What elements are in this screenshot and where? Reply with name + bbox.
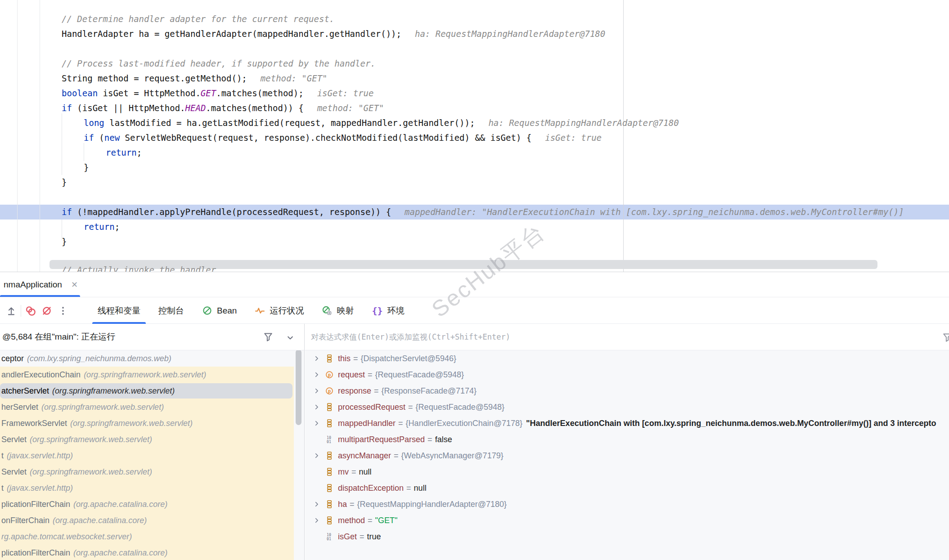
equals-sign: = [353,354,358,363]
frame-method-name: atcherServlet [1,386,49,396]
equals-sign: = [398,419,403,428]
bean-icon [202,305,212,316]
run-session-tab-label: nmaApplication [4,280,62,290]
watch-filter-icon[interactable] [942,332,949,345]
variable-row[interactable]: method="GET" [305,512,949,529]
more-options-icon[interactable] [57,305,69,317]
stack-frame-row[interactable]: plicationFilterChain(org.apache.catalina… [0,545,294,560]
code-editor[interactable]: // Determine handler adapter for the cur… [0,0,949,272]
chevron-right-icon[interactable] [311,403,322,411]
variable-name: processedRequest [338,403,405,412]
code-token: (isGet || HttpMethod. [72,103,185,113]
stack-frame-row[interactable]: plicationFilterChain(org.apache.catalina… [0,496,294,512]
chevron-right-icon[interactable] [311,387,322,395]
evaluate-expression-input[interactable]: 对表达式求值(Enter)或添加监视(Ctrl+Shift+Enter) [305,324,949,350]
variable-reference-value: {RequestFacade@5948} [375,370,464,380]
variable-string-preview: "HandlerExecutionChain with [com.lxy.spr… [526,419,936,428]
inline-debugger-hint: isGet: true [317,88,374,98]
equals-sign: = [351,467,356,477]
variable-name: ha [338,500,347,509]
variable-row[interactable]: dispatchException=null [305,480,949,496]
mute-breakpoints-icon[interactable] [41,305,53,317]
code-line: String method = request.getMethod();meth… [62,71,328,86]
stack-frame-row[interactable]: t(javax.servlet.http) [0,480,294,496]
chevron-right-icon[interactable] [311,500,322,508]
frame-method-name: onFilterChain [1,516,49,525]
thread-selector[interactable]: @5,684 在组"main": 正在运行 [0,324,304,350]
inline-debugger-hint: mappedHandler: "HandlerExecutionChain wi… [405,207,904,217]
frame-method-name: t [1,484,4,493]
variable-keyword-value: true [367,532,381,542]
debugger-tab-Bean[interactable]: Bean [193,298,246,323]
variable-row[interactable]: presponse={ResponseFacade@7174} [305,383,949,399]
chevron-spacer [311,533,322,541]
stack-frame-row[interactable]: herServlet(org.springframework.web.servl… [0,399,294,415]
step-out-icon[interactable] [5,305,17,317]
variable-keyword-value: null [414,484,427,493]
debugger-tab-映射[interactable]: 映射 [313,298,363,323]
param-icon: p [325,386,334,395]
variable-row[interactable]: prequest={RequestFacade@5948} [305,367,949,383]
code-token: lastModified = ha.getLastModified(reques… [104,118,475,128]
equals-sign: = [406,484,411,493]
chevron-right-icon[interactable] [311,354,322,363]
frames-list: ceptor(com.lxy.spring_neichunma.demos.we… [0,350,304,560]
chevron-right-icon[interactable] [311,419,322,427]
close-icon[interactable]: ✕ [71,281,78,289]
debugger-tab-运行状况[interactable]: 运行状况 [246,298,313,323]
debugger-tab-控制台[interactable]: 控制台 [149,298,193,323]
debug-tool-window: nmaApplication ✕ 线程和变量控制台Bean运行状况映射{}环境 … [0,272,949,560]
stack-frame-row[interactable]: atcherServlet(org.springframework.web.se… [0,383,294,399]
execution-code-line: if (!mappedHandler.applyPreHandle(proces… [62,205,904,220]
frame-method-name: ceptor [1,354,24,363]
field-icon [325,500,334,509]
variable-row[interactable]: mappedHandler={HandlerExecutionChain@717… [305,415,949,431]
frame-package: (org.springframework.web.servlet) [52,386,175,396]
indent-guide [40,0,40,272]
frame-method-name: herServlet [1,403,38,412]
variable-keyword-value: null [359,467,372,477]
run-session-tab[interactable]: nmaApplication ✕ [0,272,80,297]
stack-frame-row[interactable]: andlerExecutionChain(org.springframework… [0,367,294,383]
stack-frame-row[interactable]: Servlet(org.springframework.web.servlet) [0,431,294,448]
code-token: if [62,207,72,217]
variable-row[interactable]: ha={RequestMappingHandlerAdapter@7180} [305,496,949,512]
code-line: return; [106,145,142,160]
stack-frame-row[interactable]: onFilterChain(org.apache.catalina.core) [0,512,294,529]
chevron-right-icon[interactable] [311,452,322,460]
thread-status-text: @5,684 在组"main": 正在运行 [2,331,115,343]
chevron-down-icon[interactable] [285,333,295,345]
variable-row[interactable]: 1001multipartRequestParsed=false [305,431,949,448]
svg-text:p: p [328,388,331,394]
code-token: String method = request.getMethod(); [62,73,247,83]
variable-row[interactable]: this={DispatcherServlet@5946} [305,350,949,367]
variable-name: mv [338,467,349,477]
chevron-right-icon[interactable] [311,371,322,379]
stack-frame-row[interactable]: t(javax.servlet.http) [0,448,294,464]
frames-scrollbar[interactable] [296,350,301,425]
variable-keyword-value: false [435,435,452,444]
prim-icon: 1001 [325,435,334,444]
code-token: HEAD [185,103,206,113]
stack-frame-row[interactable]: rg.apache.tomcat.websocket.server) [0,529,294,545]
evaluate-expression-placeholder: 对表达式求值(Enter)或添加监视(Ctrl+Shift+Enter) [311,332,510,342]
run-tab-strip: nmaApplication ✕ [0,272,949,297]
frame-package: (com.lxy.spring_neichunma.demos.web) [27,354,171,363]
code-line: if (isGet || HttpMethod.HEAD.matches(met… [62,101,384,116]
filter-icon[interactable] [263,332,274,345]
variable-row[interactable]: processedRequest={RequestFacade@5948} [305,399,949,415]
variable-row[interactable]: asyncManager={WebAsyncManager@7179} [305,448,949,464]
debugger-tab-线程和变量[interactable]: 线程和变量 [89,298,149,323]
field-icon [325,484,334,493]
view-breakpoints-icon[interactable] [25,305,36,317]
variable-name: method [338,516,365,525]
indent-guide [84,143,84,161]
debugger-tab-环境[interactable]: {}环境 [363,298,413,323]
stack-frame-row[interactable]: ceptor(com.lxy.spring_neichunma.demos.we… [0,350,294,367]
stack-frame-row[interactable]: FrameworkServlet(org.springframework.web… [0,415,294,431]
stack-frame-row[interactable]: Servlet(org.springframework.web.servlet) [0,464,294,480]
variable-row[interactable]: mv=null [305,464,949,480]
variable-name: asyncManager [338,451,391,461]
chevron-right-icon[interactable] [311,516,322,524]
variable-row[interactable]: 1001isGet=true [305,529,949,545]
